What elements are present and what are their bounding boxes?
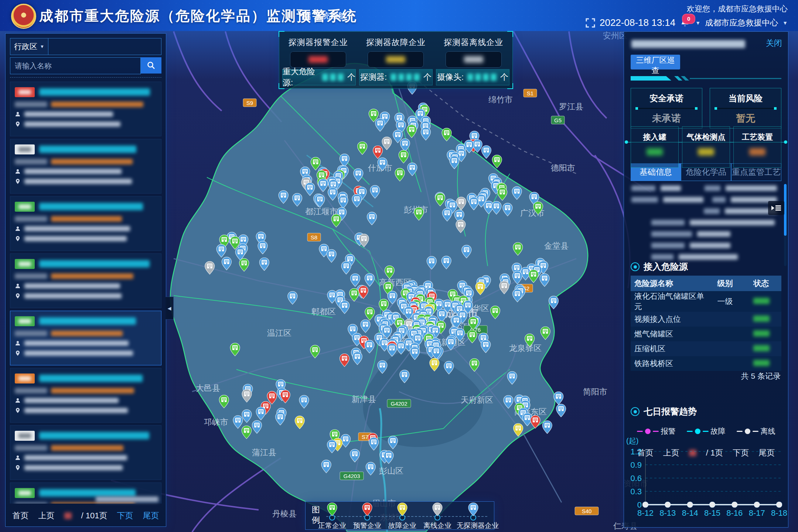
- hazard-name: 燃气储罐区: [631, 327, 713, 341]
- company-pin-icon: [327, 502, 338, 516]
- svg-text:8-13: 8-13: [659, 508, 676, 518]
- legend-item[interactable]: 报警: [637, 426, 676, 436]
- contact-blurred: [24, 283, 120, 289]
- hazard-section-header: 接入危险源: [631, 261, 688, 273]
- app-header: 成都市重大危险源（危险化学品）监测预警系统 系统导航 欢迎您，成都市应急救援中心…: [0, 0, 798, 31]
- stat-digits-blurred: [322, 74, 344, 81]
- city-label: 蒲江县: [252, 448, 276, 457]
- equipment-counter: 接入罐: [631, 126, 679, 168]
- city-label: 邛崃市: [204, 417, 228, 427]
- stats-top-row: 探测器报警企业 探测器故障企业 探测器离线企业: [279, 37, 512, 67]
- company-list-item[interactable]: [10, 253, 161, 308]
- contact-blurred: [24, 169, 122, 174]
- datetime: 2022-08-18 13:14: [600, 17, 675, 28]
- company-list-item[interactable]: [10, 311, 161, 365]
- page-next[interactable]: 下页: [117, 510, 133, 521]
- page-last[interactable]: 尾页: [143, 510, 159, 521]
- company-pin-icon: [397, 502, 408, 516]
- stat-value-blurred: [290, 52, 346, 67]
- region-filter-dropdown[interactable]: 行政区 ▼: [10, 38, 48, 55]
- city-label: 彭山区: [379, 466, 403, 475]
- info-row-blurred: [631, 185, 777, 191]
- svg-text:S7: S7: [362, 434, 368, 440]
- company-list-item[interactable]: [10, 82, 161, 136]
- nav-system-menu[interactable]: 系统导航: [302, 10, 346, 21]
- hazard-status-blurred: [750, 291, 781, 312]
- info-row-blurred: [631, 208, 777, 214]
- company-name-blurred: [39, 260, 150, 267]
- col-hazard-name: 危险源名称: [631, 276, 713, 291]
- card-title: 当前风险: [729, 93, 763, 104]
- person-icon: [15, 455, 21, 461]
- scrollbar[interactable]: [784, 184, 787, 266]
- company-name-blurred: [39, 88, 150, 96]
- company-name-blurred: [39, 146, 136, 153]
- stat-label: 探测器离线企业: [444, 37, 503, 48]
- city-label: 龙泉驿区: [509, 344, 542, 353]
- stat-counter-box: 摄像头:个: [436, 69, 509, 85]
- search-button[interactable]: [141, 57, 161, 74]
- close-button[interactable]: 关闭: [766, 38, 782, 49]
- chevron-down-icon[interactable]: ▼: [695, 20, 700, 26]
- col-status: 状态: [750, 276, 781, 291]
- expand-list-icon: [771, 204, 781, 212]
- table-row[interactable]: 视频接入点位: [631, 312, 781, 327]
- corner-bracket: [279, 83, 284, 89]
- status-badge: [15, 488, 35, 498]
- company-detail-panel: 关闭 三维厂区巡查 安全承诺 未承诺 当前风险 暂无 接入罐气体检测点工艺装置 …: [624, 31, 788, 528]
- legend-item[interactable]: 离线: [737, 426, 775, 436]
- city-label: 简阳市: [583, 387, 607, 396]
- table-row[interactable]: 燃气储罐区: [631, 327, 781, 341]
- corner-bracket: [279, 31, 284, 37]
- field-value-blurred: [51, 388, 134, 393]
- region-filter-value[interactable]: [48, 38, 161, 55]
- trend-chart-legend: 报警故障离线: [624, 426, 788, 436]
- svg-text:8-14: 8-14: [682, 508, 698, 518]
- fullscreen-icon[interactable]: [586, 18, 595, 28]
- expand-panel-button[interactable]: [768, 201, 784, 215]
- page-prev[interactable]: 上页: [38, 510, 55, 521]
- section-title: 七日报警趋势: [644, 406, 697, 417]
- svg-text:S1: S1: [527, 90, 533, 96]
- svg-text:S40: S40: [582, 508, 592, 514]
- corner-bracket: [507, 83, 513, 89]
- status-badge: [15, 87, 35, 97]
- safety-commitment-card: 安全承诺 未承诺: [631, 88, 702, 129]
- card-value: 暂无: [736, 112, 755, 125]
- sidebar-collapse-handle[interactable]: ◀: [166, 297, 174, 320]
- svg-text:(起): (起): [626, 437, 638, 445]
- company-list-item[interactable]: [10, 368, 161, 423]
- legend-item[interactable]: 故障: [687, 426, 726, 436]
- city-label: 绵竹市: [488, 95, 513, 104]
- search-input[interactable]: [10, 57, 141, 74]
- record-count-blurred: [96, 497, 158, 502]
- svg-text:0.6: 0.6: [630, 474, 642, 483]
- stat-digits-blurred: [467, 74, 497, 81]
- notification-bell[interactable]: 0: [680, 17, 691, 28]
- location-icon: [15, 465, 21, 471]
- company-list-item[interactable]: [10, 425, 161, 480]
- org-name[interactable]: 成都市应急救援中心: [705, 17, 778, 28]
- city-label: 罗江县: [559, 102, 583, 111]
- company-name-blurred: [39, 375, 143, 382]
- basic-info-blurred: [631, 185, 777, 262]
- hazard-level: [713, 312, 750, 327]
- table-row[interactable]: 铁路栈桥区: [631, 356, 781, 371]
- location-icon: [15, 407, 21, 413]
- chevron-down-icon[interactable]: ▼: [782, 20, 788, 26]
- table-row[interactable]: 压缩机区: [631, 341, 781, 356]
- 3d-patrol-button[interactable]: 三维厂区巡查: [631, 55, 680, 69]
- nav-label: 系统导航: [314, 10, 346, 21]
- section-title: 接入危险源: [644, 261, 688, 273]
- field-value-blurred: [51, 102, 143, 107]
- company-list-item[interactable]: [10, 139, 161, 194]
- page-first[interactable]: 首页: [13, 510, 29, 521]
- address-blurred: [24, 351, 133, 356]
- field-label-blurred: [15, 445, 47, 451]
- person-icon: [15, 168, 21, 174]
- city-label: 德阳市: [551, 163, 575, 173]
- table-row[interactable]: 液化石油气储罐区单元一级: [631, 291, 781, 312]
- contact-blurred: [24, 112, 113, 117]
- svg-text:S9: S9: [246, 100, 253, 106]
- company-list-item[interactable]: [10, 196, 161, 251]
